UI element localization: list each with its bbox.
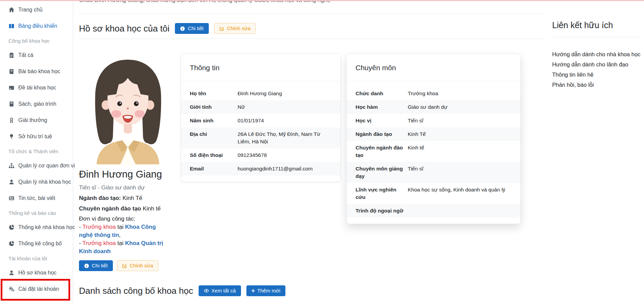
sidebar-item-label: Hồ sơ khoa học <box>18 270 57 276</box>
row-value: 01/01/1974 <box>238 117 332 124</box>
profile-name: Đinh Hương Giang <box>79 169 170 180</box>
info-row: Giới tínhNữ <box>181 100 341 114</box>
sidebar-item-thong-ke-cong-bo[interactable]: Thống kê công bố <box>0 236 73 252</box>
sidebar-item-label: Đề tài khoa học <box>18 85 56 91</box>
detail-button[interactable]: Chi tiết <box>175 23 209 34</box>
expertise-row: Chuyên môn giảng dạyTiến sĩ <box>347 162 520 183</box>
row-label: Lĩnh vực nghiên cứu <box>356 186 408 201</box>
row-label: Chức danh <box>356 90 408 97</box>
position-line: - Trưởng khoa tại Khoa Quản trị Kinh doa… <box>79 239 170 256</box>
sidebar-section-label: Công bố khoa học <box>8 38 50 44</box>
sidebar: Trang chủ Bảng điều khiển Công bố khoa h… <box>0 1 73 305</box>
position-role: Trưởng khoa <box>82 224 116 230</box>
profile-major-value: Kinh Tế <box>121 195 142 201</box>
sidebar-section-label: Tài khoản của tôi <box>8 256 47 261</box>
row-value: Kinh tế <box>408 144 511 159</box>
row-value: Tiến sĩ <box>408 165 511 180</box>
edit-icon <box>122 263 127 268</box>
profile-edit-label: Chỉnh sửa <box>130 263 153 269</box>
row-value <box>408 207 511 215</box>
sidebar-item-label: Quản lý cơ quan đơn vị <box>18 163 75 169</box>
expertise-row: Học hàmGiáo sư danh dự <box>347 100 520 114</box>
view-all-button[interactable]: Xem tất cả <box>199 285 241 296</box>
sidebar-item-tat-ca[interactable]: Tất cả <box>0 47 73 63</box>
row-value: 0912345678 <box>238 151 332 159</box>
edit-button[interactable]: Chỉnh sửa <box>214 23 256 34</box>
profile-major-label: Ngành đào tạo: <box>79 195 121 201</box>
sidebar-item-label: Tin tức, bài viết <box>18 195 55 201</box>
sidebar-section-thong-ke: Thống kê và báo cáo <box>0 206 73 219</box>
row-label: Số điện thoại <box>190 151 238 159</box>
sidebar-item-thong-ke-nha-khoa-hoc[interactable]: Thống kê nhà khoa học <box>0 219 73 236</box>
row-label: Trình độ ngoại ngữ <box>356 207 408 215</box>
profile-detail-label: Chi tiết <box>92 263 108 269</box>
useful-links-title: Liên kết hữu ích <box>552 20 642 30</box>
sidebar-item-so-huu-tri-tue[interactable]: Sở hữu trí tuệ <box>0 128 73 145</box>
row-value: Khoa học sự sống, Kinh doanh và quản lý <box>408 186 511 201</box>
add-new-label: Thêm mới <box>257 288 280 294</box>
top-border-line <box>0 0 644 1</box>
info-card: Thông tin Họ tênĐinh Hương Giang Giới tí… <box>181 54 341 182</box>
profile-specialty: Chuyên ngành đào tạo Kinh tế <box>79 204 170 213</box>
row-value: 26A Lê Đức Thọ, Mỹ Đình, Nam Từ Liêm, Hà… <box>238 130 332 145</box>
useful-link[interactable]: Hướng dẫn dành cho lãnh đạo <box>552 59 642 69</box>
useful-link[interactable]: Thông tin liên hệ <box>552 69 642 80</box>
row-label: Ngành đào tạo <box>356 130 408 138</box>
info-row: Số điện thoại0912345678 <box>181 148 341 162</box>
useful-links-panel: Liên kết hữu ích Hướng dẫn dành cho nhà … <box>552 20 642 90</box>
publications-title: Danh sách công bố khoa học <box>79 286 193 296</box>
edit-icon <box>219 26 224 31</box>
sidebar-section-to-chuc: Tổ chức & Thành viên <box>0 145 73 158</box>
info-row: Năm sinh01/01/1974 <box>181 114 341 127</box>
sidebar-item-label: Thống kê nhà khoa học <box>18 224 75 230</box>
sidebar-item-co-quan[interactable]: Quản lý cơ quan đơn vị <box>0 158 73 174</box>
expertise-card: Chuyên môn Chức danhTrưởng khoa Học hàmG… <box>346 54 521 224</box>
row-label: Chuyên môn giảng dạy <box>356 165 408 180</box>
position-mid: tại <box>116 240 125 246</box>
sidebar-item-label: Tất cả <box>18 52 33 58</box>
sidebar-item-de-tai[interactable]: Đề tài khoa học <box>0 80 73 96</box>
divider <box>552 37 642 37</box>
sidebar-item-cai-dat-tai-khoan[interactable]: Cài đặt tài khoản <box>0 281 73 297</box>
info-icon <box>84 263 89 268</box>
lightbulb-icon <box>8 134 15 140</box>
profile-major: Ngành đào tạo: Kinh Tế <box>79 194 170 203</box>
sidebar-item-label: Trang chủ <box>18 7 42 13</box>
expertise-row: Chuyên ngành đào tạoKinh tế <box>347 141 520 162</box>
view-all-label: Xem tất cả <box>212 288 236 294</box>
sidebar-item-bai-bao[interactable]: Bài báo khoa học <box>0 63 73 80</box>
sidebar-item-bang-dieu-khien[interactable]: Bảng điều khiển <box>0 18 73 34</box>
edit-button-label: Chỉnh sửa <box>227 25 250 32</box>
dashboard-icon <box>8 23 15 29</box>
useful-link[interactable]: Phản hồi, báo lỗi <box>552 80 642 90</box>
workplace-label: Đơn vị đang công tác: <box>79 215 170 223</box>
sidebar-section-cong-bo: Công bố khoa học <box>0 34 73 47</box>
dash: - <box>79 224 82 230</box>
position-mid: tại <box>116 224 125 230</box>
useful-link[interactable]: Hướng dẫn dành cho nhà khoa học <box>552 49 642 59</box>
sidebar-item-label: Quản lý nhà khoa học <box>18 179 71 185</box>
sidebar-item-label: Giải thưởng <box>18 117 47 123</box>
sidebar-item-nha-khoa-hoc[interactable]: Quản lý nhà khoa học <box>0 174 73 190</box>
eye-icon <box>204 288 209 293</box>
sidebar-item-tin-tuc[interactable]: Tin tức, bài viết <box>0 190 73 206</box>
row-value: Nữ <box>238 103 332 111</box>
add-new-button[interactable]: + Thêm mới <box>246 285 286 296</box>
row-label: Giới tính <box>190 103 238 111</box>
profile-edit-button[interactable]: Chỉnh sửa <box>117 260 158 271</box>
row-label: Họ tên <box>190 90 238 97</box>
sidebar-item-sach[interactable]: Sách, giáo trình <box>0 96 73 112</box>
sidebar-item-trang-chu[interactable]: Trang chủ <box>0 2 73 18</box>
row-value: Tiến sĩ <box>408 117 511 124</box>
info-card-title: Thông tin <box>181 54 341 81</box>
row-label: Học vị <box>356 117 408 124</box>
sidebar-item-giai-thuong[interactable]: Giải thưởng <box>0 112 73 128</box>
sidebar-item-ho-so[interactable]: Hồ sơ khoa học <box>0 265 73 281</box>
profile-specialty-label: Chuyên ngành đào tạo <box>79 205 141 212</box>
profile-detail-button[interactable]: Chi tiết <box>79 260 113 271</box>
info-icon <box>180 26 185 31</box>
expertise-row: Chức danhTrưởng khoa <box>347 87 520 100</box>
position-role: Trưởng khoa <box>82 240 116 246</box>
award-icon <box>8 117 15 123</box>
project-card-icon <box>8 85 15 91</box>
